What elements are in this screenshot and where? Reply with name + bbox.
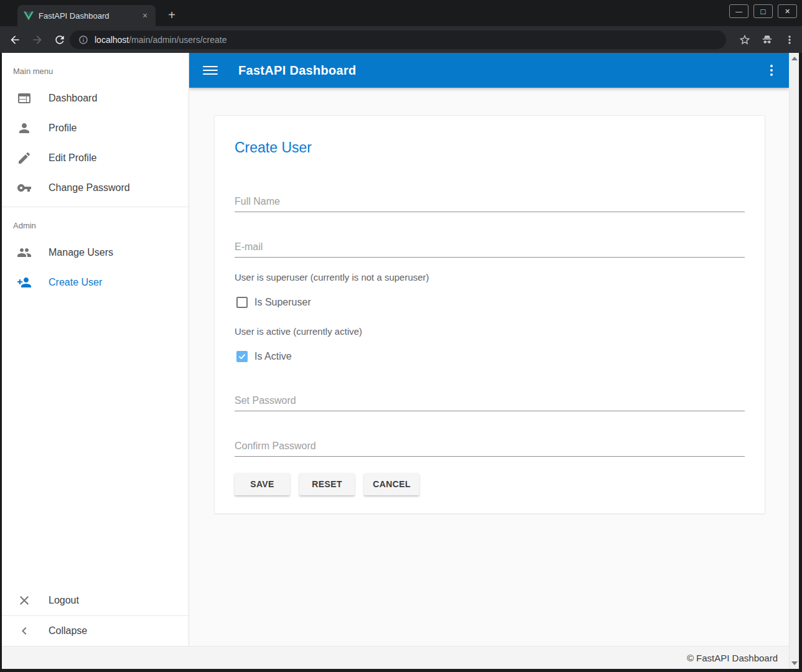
info-icon[interactable] xyxy=(78,35,88,45)
scrollbar-up-arrow-icon[interactable] xyxy=(791,57,798,60)
reload-icon[interactable] xyxy=(52,32,67,47)
create-user-card: Create User User is superuser (currently… xyxy=(214,115,765,514)
close-x-icon xyxy=(17,593,32,608)
window-close-button[interactable]: ✕ xyxy=(778,4,797,18)
scrollbar-down-arrow-icon[interactable] xyxy=(791,661,798,665)
sidebar-item-create-user[interactable]: Create User xyxy=(2,268,189,297)
new-tab-button[interactable]: + xyxy=(163,7,180,24)
is-active-checkbox[interactable] xyxy=(236,351,248,362)
window-maximize-button[interactable]: □ xyxy=(753,4,773,18)
email-field[interactable] xyxy=(235,239,745,258)
superuser-helper-text: User is superuser (currently is not a su… xyxy=(235,272,745,282)
active-helper-text: User is active (currently active) xyxy=(235,326,745,337)
page-title: Create User xyxy=(235,139,745,156)
pencil-icon xyxy=(17,151,32,166)
app-bar: FastAPI Dashboard xyxy=(189,53,789,88)
is-superuser-label: Is Superuser xyxy=(254,297,311,308)
sidebar-section-admin: Admin xyxy=(2,207,189,238)
person-icon xyxy=(17,121,32,136)
is-superuser-checkbox[interactable] xyxy=(236,297,248,308)
browser-toolbar: localhost/main/admin/users/create xyxy=(0,26,802,53)
reset-button[interactable]: RESET xyxy=(299,473,355,495)
hamburger-menu-icon[interactable] xyxy=(203,63,218,78)
tab-close-icon[interactable]: × xyxy=(139,10,151,21)
sidebar-item-profile[interactable]: Profile xyxy=(2,113,189,143)
incognito-icon xyxy=(761,34,773,46)
app-menu-kebab-icon[interactable] xyxy=(770,65,773,76)
is-active-label: Is Active xyxy=(254,351,292,362)
vertical-scrollbar[interactable] xyxy=(789,53,799,669)
sidebar: Main menu Dashboard Profile Edit Profile… xyxy=(2,53,189,646)
save-button[interactable]: SAVE xyxy=(235,473,290,495)
browser-menu-kebab-icon[interactable] xyxy=(783,34,796,46)
confirm-password-field[interactable] xyxy=(235,438,745,457)
browser-tab-strip: FastAPI Dashboard × + — □ ✕ xyxy=(0,0,802,26)
url-text: localhost/main/admin/users/create xyxy=(95,35,226,45)
full-name-field[interactable] xyxy=(235,194,745,212)
chevron-left-icon xyxy=(17,623,32,638)
person-add-icon xyxy=(17,275,32,290)
app-title: FastAPI Dashboard xyxy=(238,63,357,78)
tab-title: FastAPI Dashboard xyxy=(39,11,139,21)
dashboard-icon xyxy=(17,91,32,106)
sidebar-section-main-menu: Main menu xyxy=(2,53,189,83)
key-icon xyxy=(17,180,32,195)
forward-icon[interactable] xyxy=(30,32,45,47)
sidebar-item-logout[interactable]: Logout xyxy=(2,586,189,615)
sidebar-item-collapse[interactable]: Collapse xyxy=(2,616,189,646)
people-icon xyxy=(17,245,32,260)
main-content-area: FastAPI Dashboard Create User User is su… xyxy=(189,53,789,646)
cancel-button[interactable]: CANCEL xyxy=(364,473,419,495)
sidebar-item-edit-profile[interactable]: Edit Profile xyxy=(2,143,189,173)
page-viewport: Main menu Dashboard Profile Edit Profile… xyxy=(2,53,799,669)
window-minimize-button[interactable]: — xyxy=(729,4,748,18)
sidebar-spacer xyxy=(2,297,189,586)
bookmark-star-icon[interactable] xyxy=(739,34,751,46)
browser-tab[interactable]: FastAPI Dashboard × xyxy=(17,5,156,26)
vue-logo-icon xyxy=(24,11,34,21)
set-password-field[interactable] xyxy=(235,393,745,411)
sidebar-item-dashboard[interactable]: Dashboard xyxy=(2,83,189,113)
address-bar[interactable]: localhost/main/admin/users/create xyxy=(70,30,726,49)
back-icon[interactable] xyxy=(7,32,22,47)
sidebar-item-manage-users[interactable]: Manage Users xyxy=(2,238,189,268)
sidebar-item-change-password[interactable]: Change Password xyxy=(2,173,189,203)
app-footer: © FastAPI Dashboard xyxy=(2,646,789,669)
copyright-text: © FastAPI Dashboard xyxy=(687,653,778,663)
